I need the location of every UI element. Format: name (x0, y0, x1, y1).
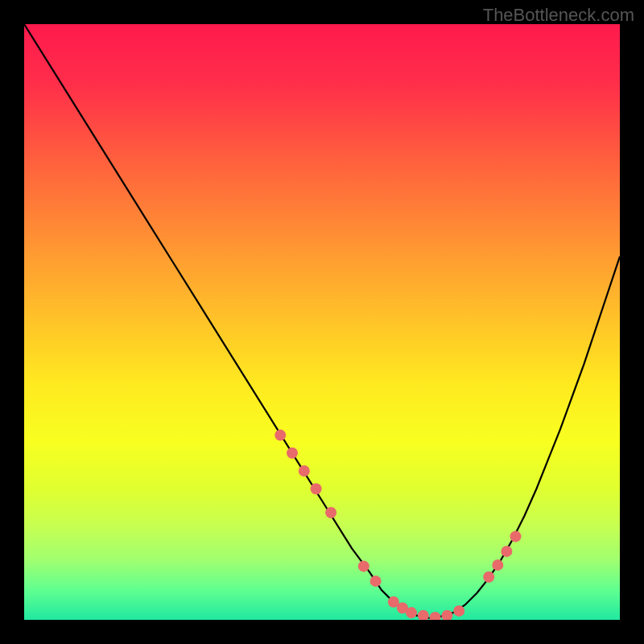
curve-right-branch (429, 257, 620, 618)
highlight-dot (510, 530, 522, 542)
highlight-dots (275, 430, 521, 620)
highlight-dot (483, 572, 494, 583)
highlight-dot (430, 612, 441, 620)
highlight-dot (453, 605, 464, 617)
highlight-dot (358, 560, 369, 572)
highlight-dot (441, 610, 452, 620)
highlight-dot (275, 430, 286, 441)
curve-left-branch (24, 24, 429, 618)
highlight-dot (311, 483, 322, 494)
highlight-dot (418, 610, 429, 620)
highlight-dot (287, 448, 298, 459)
highlight-dot (299, 465, 310, 477)
highlight-dot (370, 576, 382, 587)
watermark-text: TheBottleneck.com (483, 5, 634, 26)
highlight-dot (325, 507, 336, 518)
highlight-dot (406, 607, 417, 618)
chart-svg (24, 24, 620, 620)
chart-plot-area (24, 24, 620, 620)
highlight-dot (501, 546, 512, 557)
highlight-dot (492, 559, 503, 571)
